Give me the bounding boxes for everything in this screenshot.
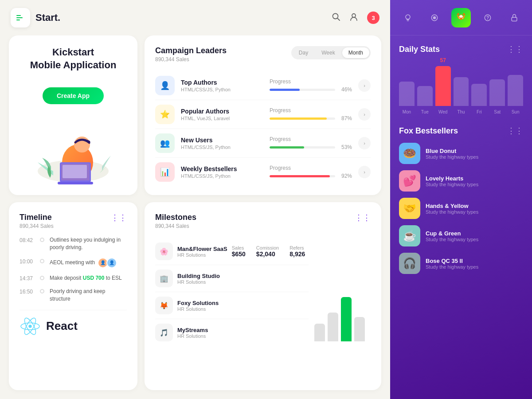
progress-label: Progress [270,107,352,113]
chevron-button[interactable]: › [358,108,371,121]
milestone-name: MyStreams [177,327,208,333]
sales-col: Sales $650 [232,245,246,258]
bestseller-name: Hands & Yellow [426,203,478,209]
tab-month[interactable]: Month [342,47,369,58]
campaign-info: Weekly Bestsellers HTML/CSS/JS, Python [181,165,263,179]
bestseller-subtitle: Study the highway types [426,154,478,160]
tab-day[interactable]: Day [293,47,314,58]
refers-label: Refers [289,245,305,250]
milestone-sub: HR Solutions [177,333,208,339]
campaign-name: Popular Authors [181,108,263,115]
react-logo: React [20,310,127,337]
peak-label: 57 [440,57,446,63]
milestones-menu[interactable]: ⋮⋮ [355,213,371,223]
bar-item [454,77,469,106]
milestone-icon: 🌸 [155,243,173,260]
timeline-dot [40,289,44,293]
campaign-row: 👥 New Users HTML/CSS/JS, Python Progress… [155,129,371,158]
stats-menu[interactable]: ⋮⋮ [507,44,523,54]
progress-bar-wrap: 87% [270,115,352,121]
milestones-title: Milestones [155,213,196,222]
milestone-sub: HR Solutions [177,306,219,312]
progress-pct: 53% [339,144,352,150]
bar-col: Mon [399,82,415,114]
commission-label: Comission [256,245,279,250]
bar-label: Thu [457,110,465,114]
sidebar-icon-fox[interactable] [451,8,471,27]
svg-point-23 [462,17,463,18]
svg-point-5 [352,14,356,17]
progress-section: Progress 53% [270,136,352,150]
bestseller-item: 💕 Lovely Hearts Study the highway types [399,170,523,192]
timeline-menu[interactable]: ⋮⋮ [111,213,127,223]
bar-item [471,84,487,106]
svg-rect-11 [63,165,87,178]
timeline-text: Poorly driving and keep structure [50,288,127,303]
sidebar-icon-lock[interactable] [505,8,524,27]
notification-badge[interactable]: 3 [367,12,379,24]
sidebar-icon-question[interactable]: ? [478,8,497,27]
bestseller-image: ☕ [399,225,420,246]
progress-fill [270,117,327,120]
kickstart-title: Kickstart Mobile Application [30,46,117,71]
user-button[interactable] [349,12,358,23]
bar-col: Sun [508,75,523,114]
svg-rect-27 [512,17,517,21]
campaign-title-group: Campaign Leaders 890,344 Sales [155,46,227,63]
progress-pct: 87% [339,115,352,121]
logo-text: Start. [35,12,60,23]
sidebar-icon-circle[interactable] [425,8,444,27]
campaign-header: Campaign Leaders 890,344 Sales Day Week … [155,46,371,63]
chevron-button[interactable]: › [358,166,371,178]
timeline-dot [40,276,44,280]
milestone-row: 🦊 Foxy Solutions HR Solutions [155,292,309,319]
bar-col: 57 Wed [435,57,451,114]
tab-week[interactable]: Week [315,47,341,58]
search-button[interactable] [332,12,340,23]
tab-group: Day Week Month [291,46,371,59]
bar-label: Wed [438,110,447,114]
fox-menu[interactable]: ⋮⋮ [507,126,523,136]
svg-point-3 [333,13,338,19]
chevron-button[interactable]: › [358,137,371,149]
chart-bar [328,313,338,341]
header: Start. 3 [0,0,390,35]
sidebar-icon-bulb[interactable] [398,8,418,27]
fox-title: Fox Bestsellers [399,126,458,136]
timeline-items: 08:42 Outlines keep you indulging in poo… [20,236,127,303]
bestseller-name: Blue Donut [426,148,478,154]
campaign-tech: HTML/CSS/JS, Python [181,145,263,150]
timeline-dot [40,259,44,263]
progress-bar [270,146,335,149]
svg-point-22 [459,17,460,18]
bar-chart: Mon Tue 57 Wed Thu Fri Sat Sun [399,61,523,114]
bestseller-info: Lovely Hearts Study the highway types [426,175,478,187]
bar-label: Mon [403,110,411,114]
highlight-text: USD 700 [83,275,105,281]
illustration [24,118,122,184]
timeline-item: 14:37 Make deposit USD 700 to ESL [20,274,127,282]
timeline-item: 10:00 AEOL meeting with 👤 👤 [20,258,127,268]
timeline-text: Outlines keep you indulging in poorly dr… [50,236,127,251]
right-sidebar: ? Daily Stats ⋮⋮ Mon Tue 57 Wed Thu Fri … [390,0,532,399]
campaign-tech: HTML/CSS/JS, Python [181,87,263,92]
progress-bar-wrap: 92% [270,173,352,179]
create-app-button[interactable]: Create App [43,87,104,104]
progress-bar-wrap: 46% [270,86,352,93]
bestseller-info: Hands & Yellow Study the highway types [426,203,478,215]
milestone-info: Man&Flower SaaS HR Solutions [177,246,227,258]
progress-bar [270,117,335,120]
milestone-info: Foxy Solutions HR Solutions [177,300,219,312]
milestone-sub: HR Solutions [177,279,220,285]
svg-point-13 [28,325,31,328]
timeline-dot [40,238,44,242]
timeline-title-group: Timeline 890,344 Sales [20,213,54,229]
svg-rect-2 [16,20,20,20]
bar-item [417,86,433,106]
fox-bestsellers: Fox Bestsellers ⋮⋮ 🍩 Blue Donut Study th… [390,119,532,399]
chevron-button[interactable]: › [358,79,371,92]
content-grid: Kickstart Mobile Application Create App [0,35,390,399]
bestseller-subtitle: Study the highway types [426,237,478,242]
bar-item [435,66,451,106]
kickstart-card: Kickstart Mobile Application Create App [9,35,137,195]
